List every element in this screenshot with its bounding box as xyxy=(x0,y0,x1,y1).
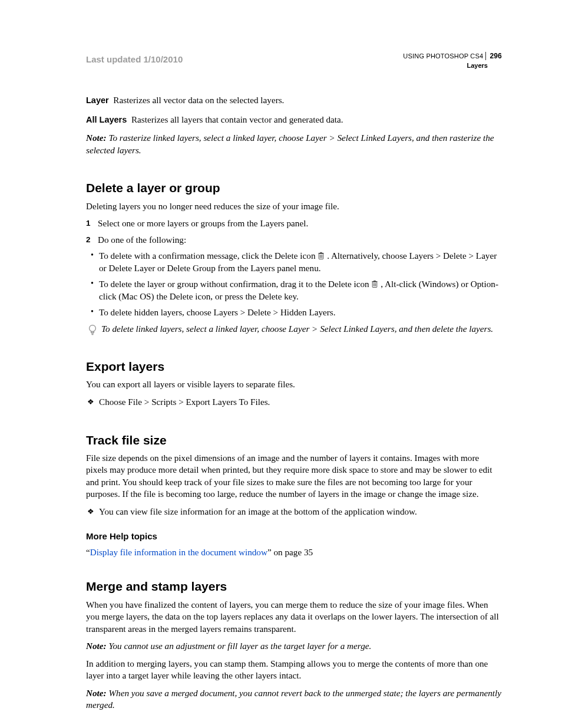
section-merge: Merge and stamp layers When you have fin… xyxy=(86,578,502,711)
svg-rect-4 xyxy=(319,253,324,254)
note-text: To rasterize linked layers, select a lin… xyxy=(86,133,494,155)
track-step: You can view file size information for a… xyxy=(86,506,502,518)
merge-note2: Note: When you save a merged document, y… xyxy=(86,687,502,711)
step-num-1: 1 xyxy=(86,218,91,229)
page-number: 296 xyxy=(485,52,502,60)
link-suffix: on page 35 xyxy=(272,547,313,557)
trash-icon xyxy=(318,252,325,260)
export-step: Choose File > Scripts > Export Layers To… xyxy=(86,396,502,409)
heading-track: Track file size xyxy=(86,432,502,449)
b2-text-a: To delete the layer or group without con… xyxy=(99,279,371,289)
step-2: 2Do one of the following: xyxy=(86,234,502,246)
heading-export: Export layers xyxy=(86,358,502,375)
tip-text: To delete linked layers, select a linked… xyxy=(101,324,493,334)
def-all-layers: All Layers Rasterizes all layers that co… xyxy=(86,114,502,126)
step-1-text: Select one or more layers or groups from… xyxy=(98,218,308,228)
step-1: 1Select one or more layers or groups fro… xyxy=(86,218,502,230)
svg-rect-11 xyxy=(374,281,376,281)
svg-point-12 xyxy=(90,325,96,331)
b1-text-a: To delete with a confirmation message, c… xyxy=(99,251,318,261)
export-intro: You can export all layers or visible lay… xyxy=(86,378,502,391)
running-header: USING PHOTOSHOP CS4296 Layers xyxy=(403,52,502,70)
section-track: Track file size File size depends on the… xyxy=(86,432,502,559)
def-term-all: All Layers xyxy=(86,115,127,124)
last-updated: Last updated 1/10/2010 xyxy=(86,54,183,65)
track-step-text: You can view file size information for a… xyxy=(99,506,417,516)
step-2-text: Do one of the following: xyxy=(98,235,186,245)
note-label: Note: xyxy=(86,641,107,651)
def-term-layer: Layer xyxy=(86,95,109,105)
merge-note1: Note: You cannot use an adjustment or fi… xyxy=(86,640,502,653)
heading-delete: Delete a layer or group xyxy=(86,180,502,196)
merge-p2: In addition to merging layers, you can s… xyxy=(86,658,502,682)
section-delete: Delete a layer or group Deleting layers … xyxy=(86,180,502,335)
note-label: Note: xyxy=(86,688,107,698)
svg-rect-10 xyxy=(372,281,378,282)
def-layer: Layer Rasterizes all vector data on the … xyxy=(86,94,502,107)
merge-note1-text: You cannot use an adjustment or fill lay… xyxy=(107,641,372,651)
lightbulb-icon xyxy=(88,324,97,336)
more-help-link-line: “Display file information in the documen… xyxy=(86,546,502,559)
bullet-no-confirm-delete: To delete the layer or group without con… xyxy=(86,278,502,302)
def-text-all: Rasterizes all layers that contain vecto… xyxy=(131,114,343,124)
merge-note2-text: When you save a merged document, you can… xyxy=(86,688,501,710)
track-para: File size depends on the pixel dimension… xyxy=(86,452,502,500)
note-rasterize-linked: Note: To rasterize linked layers, select… xyxy=(86,132,502,156)
bullet-confirm-delete: To delete with a confirmation message, c… xyxy=(86,250,502,274)
def-text-layer: Rasterizes all vector data on the select… xyxy=(113,95,284,105)
product-name: USING PHOTOSHOP CS4 xyxy=(403,52,483,60)
bullet-hidden-delete: To delete hidden layers, choose Layers >… xyxy=(86,307,502,319)
section-export: Export layers You can export all layers … xyxy=(86,358,502,408)
svg-rect-5 xyxy=(320,252,323,253)
heading-merge: Merge and stamp layers xyxy=(86,578,502,595)
more-help-heading: More Help topics xyxy=(86,531,502,542)
b3-text: To delete hidden layers, choose Layers >… xyxy=(99,307,336,317)
step-num-2: 2 xyxy=(86,235,91,245)
link-display-file-info[interactable]: Display file information in the document… xyxy=(90,547,267,557)
delete-intro: Deleting layers you no longer need reduc… xyxy=(86,200,502,213)
trash-icon xyxy=(371,280,378,288)
note-label: Note: xyxy=(86,133,107,143)
merge-p1: When you have finalized the content of l… xyxy=(86,599,502,635)
chapter-name: Layers xyxy=(403,61,502,70)
export-step-text: Choose File > Scripts > Export Layers To… xyxy=(99,397,270,407)
tip-linked-delete: To delete linked layers, select a linked… xyxy=(86,323,502,335)
